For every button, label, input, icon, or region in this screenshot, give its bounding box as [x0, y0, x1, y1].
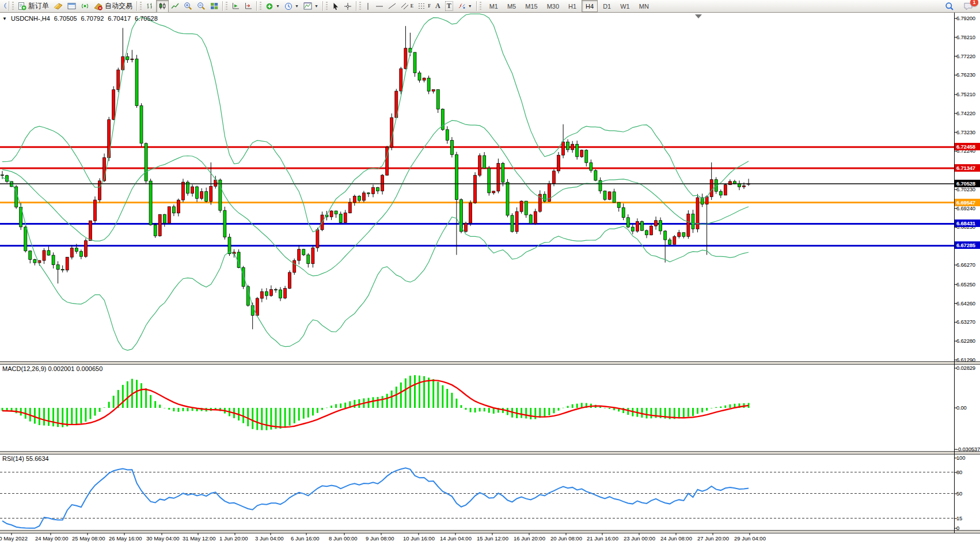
time-axis-label: 21 Jun 16:00 [587, 535, 618, 542]
chart-bars-button[interactable] [143, 0, 156, 13]
candle-down [664, 231, 667, 240]
auto-scroll-icon [231, 2, 240, 10]
price-badge: 6.70528 [955, 180, 980, 187]
zoom-in-button[interactable] [181, 0, 195, 13]
candle-up [131, 59, 134, 60]
add-indicator-button[interactable]: ▼ [263, 0, 282, 13]
macd-histogram-bar [400, 383, 402, 408]
signals-button[interactable] [78, 0, 92, 13]
toolbar-grip[interactable] [140, 2, 142, 10]
fibonacci-tool-button[interactable]: F [416, 0, 433, 13]
macd-histogram-bar [344, 403, 346, 408]
tf-d1-button[interactable]: D1 [599, 0, 615, 12]
separator [476, 1, 477, 11]
chart-shift-marker [695, 14, 702, 18]
price-axis-tick: 6.62280 [956, 338, 975, 344]
candle-down [172, 207, 175, 213]
tf-w1-button[interactable]: W1 [616, 0, 634, 12]
candle-up [478, 156, 481, 175]
macd-histogram-bar [247, 408, 249, 426]
rsi-axis-tick: 80 [956, 469, 962, 475]
autotrading-button[interactable]: 自动交易 [92, 0, 135, 13]
search-button[interactable] [943, 0, 956, 13]
candle-up [705, 197, 708, 205]
text-tool-button[interactable]: A [433, 0, 443, 13]
candle-up [381, 175, 384, 191]
chart-shift-button[interactable] [242, 0, 255, 13]
candle-down [196, 187, 199, 198]
new-order-button[interactable]: 新订单 [16, 0, 51, 13]
tf-h4-button[interactable]: H4 [582, 0, 598, 12]
clipped-edge-icon[interactable] [1, 0, 7, 13]
candle-down [205, 191, 208, 201]
one-click-trading-collapse-icon[interactable]: ▼ [2, 16, 7, 21]
chart-canvas[interactable] [0, 0, 980, 545]
macd-histogram-bar [284, 408, 286, 427]
macd-histogram-bar [280, 408, 282, 429]
macd-histogram-bar [187, 408, 189, 411]
candle-up [293, 260, 296, 272]
tf-h1-button[interactable]: H1 [564, 0, 580, 12]
chart-line-button[interactable] [169, 0, 181, 13]
text-tool-glyph: A [435, 2, 440, 10]
templates-button[interactable]: ▼ [301, 0, 321, 13]
tf-m5-button[interactable]: M5 [503, 0, 520, 12]
candle-up [70, 248, 73, 257]
toolbar-grip[interactable] [480, 2, 481, 10]
toolbar-grip[interactable] [260, 2, 261, 10]
dropdown-caret-icon: ▼ [276, 4, 280, 8]
cursor-button[interactable] [329, 0, 341, 13]
macd-histogram-bar [94, 408, 96, 416]
price-axis-tick: 6.61290 [956, 357, 975, 363]
candle-down [626, 218, 629, 227]
candle-down [47, 251, 50, 255]
tf-m15-button[interactable]: M15 [521, 0, 541, 12]
dropdown-caret-icon: ▼ [295, 4, 299, 8]
macd-histogram-bar [75, 408, 77, 424]
candle-down [223, 210, 226, 237]
arrows-tool-button[interactable]: ▼ [455, 0, 474, 13]
macd-histogram-bar [534, 408, 536, 419]
label-tool-button[interactable]: T [443, 0, 455, 13]
candle-up [608, 192, 611, 199]
mt4-window: ▼ USDCNH-,H4 6.70505 6.70792 6.70417 6.7… [0, 0, 980, 545]
horizontal-line-tool-button[interactable] [373, 0, 386, 13]
channel-tool-button[interactable]: E [398, 0, 416, 13]
candle-down [302, 249, 305, 255]
tf-m30-button[interactable]: M30 [543, 0, 563, 12]
trendline-tool-button[interactable] [386, 0, 398, 13]
candle-down [242, 267, 245, 286]
auto-scroll-button[interactable] [229, 0, 242, 13]
toolbar-grip[interactable] [326, 2, 328, 10]
macd-histogram-bar [159, 404, 161, 408]
toolbar-grip[interactable] [359, 2, 361, 10]
candle-up [710, 180, 713, 197]
tf-m1-button[interactable]: M1 [485, 0, 502, 12]
chart-candles-button[interactable] [156, 0, 169, 13]
vertical-line-tool-button[interactable] [363, 0, 373, 13]
macd-histogram-bar [627, 408, 629, 415]
chat-button[interactable]: 1 [961, 0, 975, 13]
candle-up [400, 69, 402, 91]
market-watch-button[interactable] [51, 0, 65, 13]
candle-down [149, 181, 152, 225]
tile-windows-button[interactable] [208, 0, 221, 13]
candle-down [367, 193, 370, 194]
toolbar-grip[interactable] [12, 2, 14, 10]
tf-mn-button[interactable]: MN [635, 0, 653, 12]
macd-histogram-bar [289, 408, 291, 426]
candle-down [585, 150, 588, 163]
toolbar-grip[interactable] [226, 2, 227, 10]
data-window-button[interactable] [65, 0, 78, 13]
periods-button[interactable]: ▼ [282, 0, 301, 13]
crosshair-button[interactable] [341, 0, 354, 13]
candle-up [497, 163, 500, 191]
candle-down [622, 207, 625, 217]
candle-up [580, 150, 583, 157]
zoom-out-button[interactable] [195, 0, 208, 13]
crosshair-icon [344, 2, 352, 10]
macd-histogram-bar [261, 408, 263, 430]
candle-down [738, 184, 741, 187]
macd-histogram-bar [312, 408, 314, 415]
macd-histogram-bar [275, 408, 277, 429]
